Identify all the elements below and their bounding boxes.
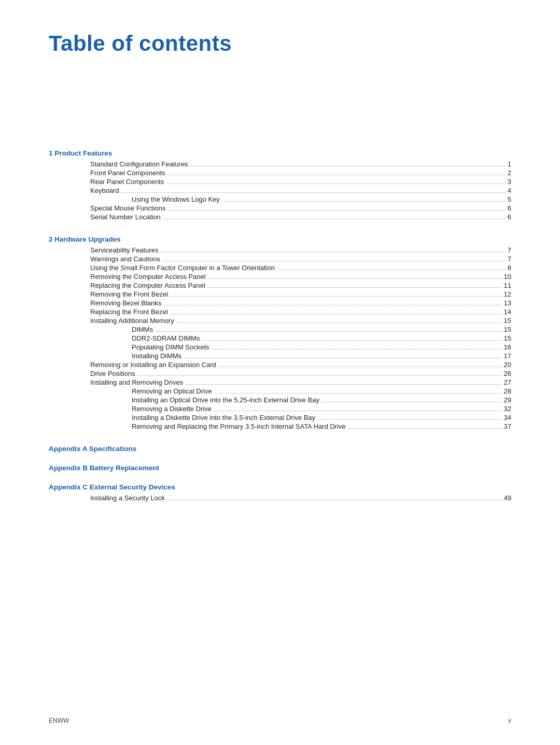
entry-title: Special Mouse Functions [90,204,165,212]
entry-page: 26 [504,370,511,377]
entry-title: Standard Configuration Features [90,160,188,168]
entry-dots [121,192,506,193]
toc-entry: Removing or Installing an Expansion Card… [90,361,511,369]
toc-entry: Special Mouse Functions6 [90,204,511,212]
entry-page: 3 [508,178,511,186]
entry-title: Replacing the Computer Access Panel [90,282,205,289]
toc-entry: Rear Panel Components3 [90,178,511,186]
appendix-heading-appendixB: Appendix B Battery Replacement [49,464,511,472]
entry-title: Removing Bezel Blanks [90,299,161,307]
section-heading-section2: 2 Hardware Upgrades [49,235,511,243]
entry-title: Installing and Removing Drives [90,378,183,386]
entry-title: Removing a Diskette Drive [132,405,212,413]
entry-title: Replacing the Front Bezel [90,308,168,316]
toc-entry: Installing a Security Lock49 [90,494,511,502]
entry-title: Removing an Optical Drive [132,387,212,395]
entry-title: Populating DIMM Sockets [132,343,209,351]
appendix-section-appendixA: Appendix A Specifications [49,445,511,453]
toc-entry: Installing and Removing Drives27 [90,378,511,386]
toc-section-section1: 1 Product FeaturesStandard Configuration… [49,149,511,221]
entry-dots [277,270,506,270]
entry-dots [167,500,502,500]
page-title: Table of contents [49,31,511,56]
entry-page: 14 [504,308,511,316]
toc-entry: Removing an Optical Drive28 [132,387,511,395]
entry-title: Removing or Installing an Expansion Card [90,361,216,369]
toc-entry: Warnings and Cautions7 [90,255,511,263]
entry-dots [167,175,506,175]
footer: ENWW v [49,717,511,724]
entry-title: Installing an Optical Drive into the 5.2… [132,396,319,404]
toc-entry: Standard Configuration Features1 [90,160,511,168]
entry-title: Removing the Front Bezel [90,290,168,298]
entry-page: 49 [504,494,511,502]
entry-dots [170,314,502,314]
entry-page: 34 [504,414,511,421]
entry-page: 32 [504,405,511,413]
toc-entry: Removing a Diskette Drive32 [132,405,511,413]
entry-page: 7 [508,246,511,254]
entry-dots [214,393,502,393]
entry-dots [176,322,502,323]
entry-dots [214,411,502,411]
toc-entry: Installing Additional Memory15 [90,317,511,325]
toc-container: 1 Product FeaturesStandard Configuration… [49,149,511,430]
entry-page: 17 [504,352,511,360]
entry-dots [321,402,502,402]
entry-page: 27 [504,378,511,386]
footer-right: v [508,717,511,724]
section-heading-section1: 1 Product Features [49,149,511,157]
entry-page: 7 [508,255,511,263]
entry-page: 6 [508,204,511,212]
appendix-heading-appendixC: Appendix C External Security Devices [49,483,511,491]
entry-title: DDR2-SDRAM DIMMs [132,334,200,342]
toc-entry: Using the Small Form Factor Computer in … [90,264,511,272]
entry-title: Using the Windows Logo Key [132,195,220,203]
appendix-container: Appendix A SpecificationsAppendix B Batt… [49,445,511,502]
entry-title: Rear Panel Components [90,178,164,186]
entry-title: Installing Additional Memory [90,317,174,325]
entry-dots [212,349,502,349]
entry-page: 37 [504,423,511,430]
entry-title: Installing a Diskette Drive into the 3.5… [132,414,315,421]
entry-page: 29 [504,396,511,404]
entry-dots [317,419,501,420]
toc-entries-section2: Serviceability Features7Warnings and Cau… [90,246,511,430]
entry-dots [155,331,501,332]
entry-page: 2 [508,169,511,177]
entry-page: 15 [504,326,511,333]
toc-entry: Replacing the Computer Access Panel11 [90,282,511,289]
entry-dots [222,201,506,202]
toc-entry: DDR2-SDRAM DIMMs15 [132,334,511,342]
entry-dots [162,261,506,261]
entry-dots [170,296,501,297]
toc-entry: Installing DIMMs17 [132,352,511,360]
entry-page: 20 [504,361,511,369]
entry-page: 11 [504,282,511,289]
entry-page: 1 [508,160,511,168]
entry-dots [137,375,502,376]
appendix-entries-appendixC: Installing a Security Lock49 [90,494,511,502]
entry-dots [185,384,501,385]
entry-title: Keyboard [90,187,119,194]
appendix-section-appendixC: Appendix C External Security DevicesInst… [49,483,511,502]
entry-page: 12 [504,290,511,298]
entry-dots [163,305,501,305]
toc-entry: Removing and Replacing the Primary 3.5-i… [132,423,511,430]
entry-title: Serviceability Features [90,246,159,254]
entry-title: Removing and Replacing the Primary 3.5-i… [132,423,346,430]
entry-dots [163,219,506,219]
entry-title: Using the Small Form Factor Computer in … [90,264,275,272]
entry-page: 4 [508,187,511,194]
toc-entry: Populating DIMM Sockets16 [132,343,511,351]
entry-dots [348,428,502,429]
toc-section-section2: 2 Hardware UpgradesServiceability Featur… [49,235,511,430]
entry-page: 8 [508,264,511,272]
toc-entry: Installing an Optical Drive into the 5.2… [132,396,511,404]
entry-title: DIMMs [132,326,153,333]
toc-entry: Front Panel Components2 [90,169,511,177]
entry-dots [208,278,502,279]
entry-page: 15 [504,317,511,325]
entry-dots [207,287,502,288]
entry-page: 13 [504,299,511,307]
